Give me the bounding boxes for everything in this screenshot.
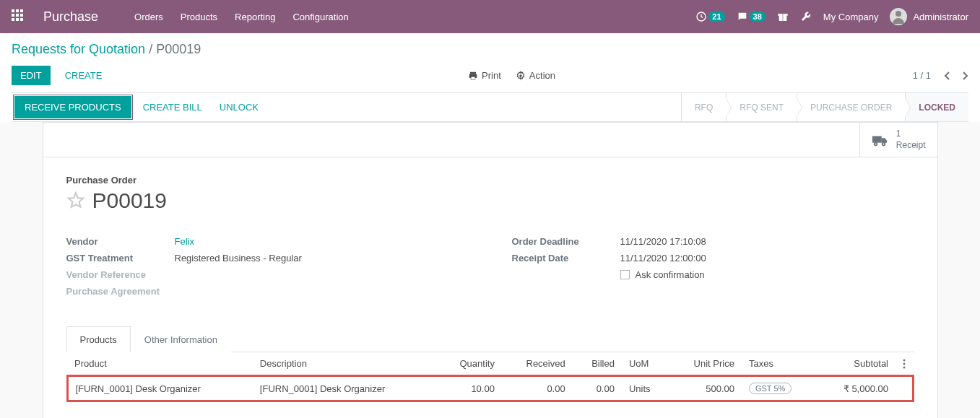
nav-menu-products[interactable]: Products [181, 12, 217, 22]
cell-billed: 0.00 [573, 376, 622, 401]
chat-icon [737, 11, 748, 22]
notebook: Products Other Information Product Descr… [66, 326, 914, 402]
kebab-icon [903, 359, 906, 369]
col-description[interactable]: Description [253, 352, 437, 376]
pager-text[interactable]: 1 / 1 [913, 70, 931, 81]
discuss-badge: 38 [750, 12, 766, 22]
create-button[interactable]: CREATE [56, 66, 111, 85]
pager-prev-icon[interactable] [944, 71, 951, 81]
avatar-icon [890, 8, 907, 25]
ask-confirmation-label: Ask confirmation [636, 269, 705, 280]
receive-products-button[interactable]: RECEIVE PRODUCTS [14, 96, 131, 118]
create-bill-button[interactable]: CREATE BILL [134, 93, 211, 121]
svg-rect-8 [872, 136, 882, 142]
svg-rect-4 [470, 71, 476, 74]
receipt-count: 1 [896, 129, 926, 140]
col-billed[interactable]: Billed [573, 352, 622, 376]
form-sheet: 1 Receipt Purchase Order P00019 Vendor [43, 122, 938, 418]
activities-badge: 21 [708, 12, 724, 22]
edit-button[interactable]: EDIT [12, 66, 51, 85]
deadline-value: 11/11/2020 17:10:08 [620, 236, 914, 247]
col-product[interactable]: Product [67, 352, 253, 376]
print-icon [468, 71, 478, 81]
col-received[interactable]: Received [502, 352, 573, 376]
truck-icon [872, 134, 888, 147]
nav-menu: Orders Products Reporting Configuration [134, 12, 349, 22]
main-navbar: Purchase Orders Products Reporting Confi… [0, 0, 980, 33]
vendor-label: Vendor [66, 236, 175, 247]
svg-point-13 [903, 366, 906, 368]
order-lines-table: Product Description Quantity Received Bi… [66, 352, 914, 402]
col-options[interactable] [896, 352, 913, 376]
tab-other-info[interactable]: Other Information [131, 326, 231, 352]
tab-products[interactable]: Products [66, 326, 131, 352]
apps-icon[interactable] [12, 9, 26, 24]
user-name: Administrator [913, 12, 968, 22]
company-switcher[interactable]: My Company [823, 12, 879, 22]
clock-icon [695, 11, 707, 22]
vendor-ref-label: Vendor Reference [66, 269, 175, 280]
breadcrumb-parent[interactable]: Requests for Quotation [12, 42, 145, 56]
status-purchase-order[interactable]: PURCHASE ORDER [797, 93, 905, 121]
pager-next-icon[interactable] [961, 71, 968, 81]
nav-menu-configuration[interactable]: Configuration [292, 12, 348, 22]
breadcrumb: Requests for Quotation / P00019 [12, 42, 968, 57]
gift-button[interactable] [777, 11, 789, 22]
col-subtotal[interactable]: Subtotal [818, 352, 896, 376]
cell-taxes: GST 5% [742, 376, 818, 401]
svg-point-10 [882, 142, 885, 145]
col-quantity[interactable]: Quantity [437, 352, 502, 376]
cell-description: [FURN_0001] Desk Organizer [253, 376, 437, 401]
svg-point-12 [903, 362, 906, 365]
receipt-label: Receipt [896, 140, 926, 152]
vendor-value[interactable]: Felix [175, 236, 469, 247]
order-name: P00019 [92, 188, 167, 213]
cell-uom: Units [622, 376, 669, 401]
print-button[interactable]: Print [468, 70, 501, 81]
table-row[interactable]: [FURN_0001] Desk Organizer [FURN_0001] D… [67, 376, 913, 401]
receipt-stat-button[interactable]: 1 Receipt [859, 123, 937, 157]
svg-point-3 [896, 11, 901, 17]
status-rfq[interactable]: RFQ [681, 93, 726, 121]
debug-button[interactable] [800, 11, 812, 22]
priority-star-icon[interactable] [66, 191, 85, 210]
deadline-label: Order Deadline [512, 236, 620, 247]
gear-icon [516, 71, 526, 81]
receipt-date-value: 11/11/2020 12:00:00 [620, 253, 914, 264]
cell-subtotal: ₹ 5,000.00 [818, 376, 896, 401]
form-subtitle: Purchase Order [66, 175, 914, 186]
nav-menu-reporting[interactable]: Reporting [235, 12, 275, 22]
button-box: 1 Receipt [43, 123, 937, 157]
form-sheet-bg: 1 Receipt Purchase Order P00019 Vendor [0, 122, 980, 418]
svg-rect-6 [471, 77, 475, 79]
app-brand[interactable]: Purchase [43, 9, 98, 25]
action-button[interactable]: Action [516, 70, 555, 81]
agreement-label: Purchase Agreement [66, 286, 175, 297]
gift-icon [777, 11, 789, 22]
gst-label: GST Treatment [66, 253, 175, 264]
status-rfq-sent[interactable]: RFQ SENT [726, 93, 797, 121]
user-menu[interactable]: Administrator [890, 8, 968, 25]
cell-product: [FURN_0001] Desk Organizer [67, 376, 253, 401]
gst-value: Registered Business - Regular [175, 253, 469, 264]
tax-tag: GST 5% [749, 383, 792, 394]
cell-unit-price: 500.00 [669, 376, 742, 401]
cell-quantity: 10.00 [437, 376, 502, 401]
col-uom[interactable]: UoM [622, 352, 669, 376]
ask-confirmation-checkbox[interactable] [620, 270, 630, 279]
title-block: Purchase Order P00019 [66, 175, 914, 213]
receipt-date-label: Receipt Date [512, 253, 620, 264]
statusbar: RECEIVE PRODUCTS CREATE BILL UNLOCK RFQ … [12, 92, 968, 122]
breadcrumb-current: P00019 [156, 42, 201, 56]
discuss-button[interactable]: 38 [737, 11, 766, 22]
nav-menu-orders[interactable]: Orders [134, 12, 163, 22]
breadcrumb-sep: / [149, 42, 156, 56]
activities-button[interactable]: 21 [695, 11, 724, 22]
col-taxes[interactable]: Taxes [742, 352, 818, 376]
cell-received: 0.00 [502, 376, 573, 401]
svg-point-7 [519, 74, 522, 77]
status-locked[interactable]: LOCKED [905, 93, 968, 121]
unlock-button[interactable]: UNLOCK [211, 93, 267, 121]
col-unit-price[interactable]: Unit Price [669, 352, 742, 376]
svg-point-11 [903, 359, 906, 361]
